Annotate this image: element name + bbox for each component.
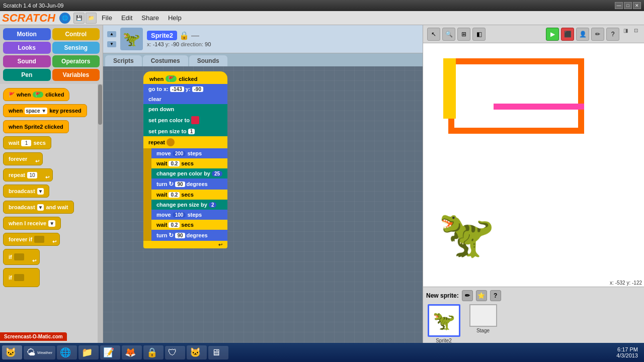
- save-icon[interactable]: 💾: [73, 13, 85, 24]
- block-repeat-canvas[interactable]: repeat: [143, 136, 227, 148]
- menu-edit[interactable]: Edit: [117, 13, 136, 23]
- wait-input[interactable]: 1: [21, 140, 31, 146]
- category-motion[interactable]: Motion: [3, 28, 51, 40]
- stage-settings-btn[interactable]: ✏: [591, 28, 604, 41]
- taskbar-scratch2[interactable]: 🐱: [187, 345, 207, 359]
- block-change-pen-size[interactable]: change pen size by 2: [151, 200, 227, 210]
- block-set-pen-size[interactable]: set pen size to 1: [143, 126, 227, 136]
- x-input[interactable]: -143: [170, 86, 184, 92]
- tab-scripts[interactable]: Scripts: [105, 55, 142, 66]
- y-input[interactable]: -90: [192, 86, 203, 92]
- turn2-input[interactable]: 90: [175, 233, 185, 238]
- stage-layout-right[interactable]: ⊡: [632, 28, 640, 41]
- nav-up[interactable]: ▲: [107, 31, 116, 37]
- nav-down[interactable]: ▼: [107, 41, 116, 47]
- taskbar-explorer[interactable]: 📁: [78, 345, 99, 359]
- scrollbar[interactable]: [98, 84, 103, 352]
- sprite-thumb-img-1[interactable]: 🦖: [428, 304, 460, 337]
- sprite-thumb-1[interactable]: 🦖 Sprite2: [426, 304, 461, 343]
- receive-dropdown[interactable]: ▼: [48, 220, 55, 227]
- taskbar-notepad[interactable]: 📝: [100, 345, 120, 359]
- block-wait2[interactable]: wait 0.2 secs: [151, 190, 227, 200]
- taskbar-scratch[interactable]: 🐱: [2, 345, 22, 359]
- stamp-new-sprite[interactable]: ⭐: [476, 290, 487, 301]
- block-wait1[interactable]: wait 0.2 secs: [151, 158, 227, 168]
- pen-size-input[interactable]: 1: [188, 129, 195, 134]
- taskbar-monitor[interactable]: 🖥: [208, 346, 228, 359]
- category-pen[interactable]: Pen: [3, 69, 51, 81]
- help-new-sprite[interactable]: ?: [490, 290, 501, 301]
- maximize-button[interactable]: □: [624, 2, 632, 9]
- block-turn1[interactable]: turn ↻ 90 degrees: [151, 178, 227, 190]
- block-when-receive[interactable]: when I receive ▼: [3, 217, 61, 230]
- wait3-input[interactable]: 0.2: [169, 222, 180, 228]
- block-change-pen-color[interactable]: change pen color by 25: [151, 168, 227, 178]
- block-turn2[interactable]: turn ↻ 90 degrees: [151, 230, 227, 241]
- block-if2[interactable]: if: [3, 268, 40, 287]
- cursor-tool[interactable]: ↖: [427, 28, 440, 41]
- menu-help[interactable]: Help: [164, 13, 186, 23]
- stage-thumb[interactable]: Stage: [465, 304, 501, 343]
- block-clear[interactable]: clear: [143, 94, 227, 104]
- category-sound[interactable]: Sound: [3, 55, 51, 67]
- globe-icon[interactable]: 🌐: [59, 13, 70, 24]
- category-control[interactable]: Control: [52, 28, 100, 40]
- close-button[interactable]: ✕: [633, 2, 641, 9]
- block-broadcast[interactable]: broadcast ▼: [3, 185, 49, 198]
- paint-new-sprite[interactable]: ✏: [462, 290, 473, 301]
- category-sensing[interactable]: Sensing: [52, 42, 100, 54]
- block-when-clicked-canvas[interactable]: when 🚩 clicked: [143, 71, 227, 84]
- block-forever-if[interactable]: forever if ↩: [3, 233, 60, 246]
- block-if[interactable]: if ↩: [3, 249, 40, 265]
- pen-size-change-input[interactable]: 2: [209, 202, 217, 208]
- broadcast-dropdown[interactable]: ▼: [37, 188, 44, 195]
- tab-costumes[interactable]: Costumes: [143, 55, 188, 66]
- stage-user-btn[interactable]: 👤: [576, 28, 589, 41]
- taskbar-security[interactable]: 🔒: [143, 345, 164, 359]
- taskbar-firefox[interactable]: 🦊: [122, 345, 142, 359]
- minimize-button[interactable]: —: [615, 2, 623, 9]
- block-set-pen-color[interactable]: set pen color to: [143, 114, 227, 126]
- titlebar-controls[interactable]: — □ ✕: [615, 2, 641, 9]
- broadcast-wait-dropdown[interactable]: ▼: [37, 204, 44, 211]
- key-dropdown[interactable]: space ▼: [25, 108, 47, 114]
- block-move200[interactable]: move 200 steps: [151, 148, 227, 158]
- block-broadcast-wait[interactable]: broadcast ▼ and wait: [3, 201, 74, 214]
- menu-file[interactable]: File: [98, 13, 116, 23]
- color-swatch[interactable]: [191, 116, 199, 124]
- steps100-input[interactable]: 100: [173, 212, 186, 218]
- stage-thumb-img[interactable]: [469, 304, 497, 327]
- zoom-tool[interactable]: 🔍: [442, 28, 455, 41]
- steps200-input[interactable]: 200: [173, 151, 186, 156]
- block-forever[interactable]: forever ↩: [3, 152, 43, 165]
- block-wait3[interactable]: wait 0.2 secs: [151, 220, 227, 230]
- script-area[interactable]: when 🚩 clicked go to x: -143 y: -90 clea…: [103, 66, 423, 352]
- stage-size-tool[interactable]: ◧: [472, 28, 486, 41]
- taskbar-weather[interactable]: 🌤 Weather: [24, 346, 55, 359]
- stop-button[interactable]: ⬛: [561, 28, 574, 41]
- block-wait[interactable]: wait 1 secs: [3, 136, 51, 149]
- block-when-clicked[interactable]: 🚩 when 🚩 clicked: [3, 88, 69, 101]
- fullscreen-tool[interactable]: ⊞: [457, 28, 470, 41]
- block-goto-xy[interactable]: go to x: -143 y: -90: [143, 84, 227, 94]
- category-variables[interactable]: Variables: [52, 69, 100, 81]
- tab-sounds[interactable]: Sounds: [189, 55, 227, 66]
- menu-share[interactable]: Share: [137, 13, 163, 23]
- repeat-input[interactable]: 10: [27, 172, 37, 178]
- taskbar-ie[interactable]: 🌐: [57, 345, 77, 359]
- block-when-key[interactable]: when space ▼ key pressed: [3, 104, 87, 117]
- stage-layout-left[interactable]: ◨: [621, 28, 630, 41]
- block-repeat[interactable]: repeat 10 ↩: [3, 168, 53, 182]
- wait2-input[interactable]: 0.2: [169, 192, 180, 198]
- category-operators[interactable]: Operators: [52, 55, 100, 67]
- wait1-input[interactable]: 0.2: [169, 161, 180, 166]
- stage-help-btn[interactable]: ?: [606, 28, 619, 41]
- folder-icon[interactable]: 📁: [86, 13, 97, 24]
- scroll-thumb[interactable]: [98, 84, 102, 125]
- turn1-input[interactable]: 90: [175, 182, 185, 187]
- block-when-sprite[interactable]: when Sprite2 clicked: [3, 120, 69, 133]
- play-button[interactable]: ▶: [546, 28, 559, 41]
- category-looks[interactable]: Looks: [3, 42, 51, 54]
- taskbar-shield[interactable]: 🛡: [165, 346, 185, 359]
- pen-color-input[interactable]: 25: [212, 171, 222, 176]
